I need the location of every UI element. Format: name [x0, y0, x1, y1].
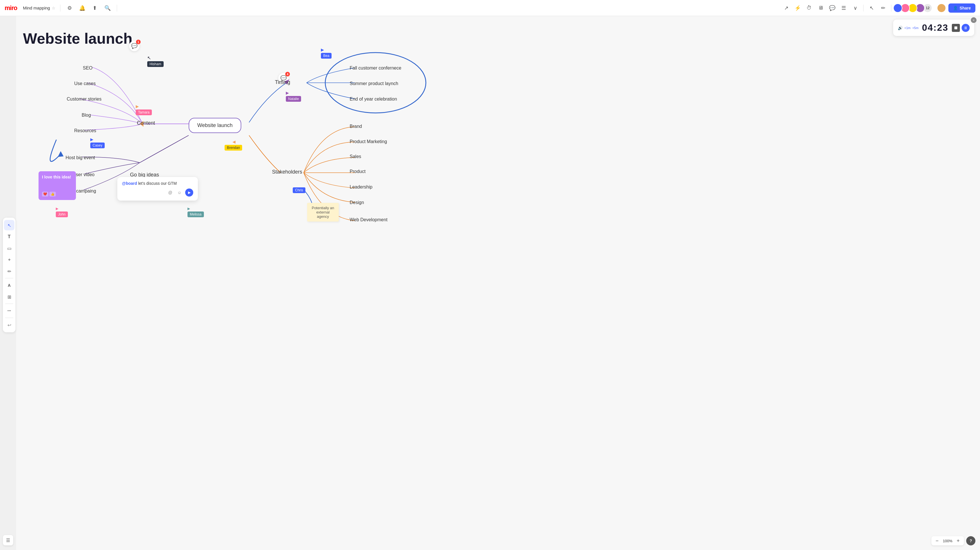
lightning-icon-btn[interactable]: ⚡	[793, 3, 802, 13]
current-user-avatar[interactable]	[937, 3, 946, 13]
bottom-right: − 100% + ?	[931, 536, 975, 545]
comment-icon-btn[interactable]: 💬	[827, 3, 837, 13]
bea-cursor-icon: ▶	[321, 48, 324, 52]
screen-icon-btn[interactable]: 🖥	[816, 3, 825, 13]
seo-node: SEO	[83, 65, 92, 71]
mindmap-svg	[16, 16, 980, 550]
zoom-in-btn[interactable]: +	[955, 537, 962, 544]
upload-icon-btn[interactable]: ⬆	[90, 3, 100, 13]
help-btn[interactable]: ?	[966, 536, 975, 545]
timer-stop-btn[interactable]	[952, 24, 960, 32]
timer-display: 04:23	[922, 22, 948, 33]
comment-send-btn[interactable]: ▶	[185, 189, 193, 197]
text-tool-btn[interactable]: T	[4, 231, 14, 242]
board-title-area: Mind mapping ☆	[23, 5, 56, 10]
usecases-node: Use cases	[74, 81, 96, 86]
product-marketing-node: Product Marketing	[350, 139, 387, 144]
more-tools-btn[interactable]: •••	[4, 306, 14, 316]
hisham-cursor-label: Hisham	[147, 61, 164, 67]
design-node: Design	[350, 200, 364, 205]
topbar-separator-1	[60, 5, 60, 11]
bea-cursor-group: ▶ Bea	[321, 47, 324, 52]
natalie-cursor-icon: ▶	[286, 90, 289, 95]
center-node: Website launch	[189, 118, 241, 133]
sticky-note: I love this idea! ❤️ 👍	[38, 171, 76, 200]
summer-product-node: Summer product laynch	[350, 81, 398, 86]
topbar-separator-4	[891, 5, 891, 11]
tool-separator-1	[5, 278, 13, 279]
product-node: Product	[350, 169, 366, 174]
tamara-cursor-label: Tamara	[136, 109, 152, 115]
tool-separator-3	[5, 318, 13, 318]
star-icon[interactable]: ☆	[52, 6, 56, 10]
pen-tool-btn-left[interactable]: ✏	[4, 266, 14, 276]
chevron-icon-btn[interactable]: ∨	[851, 3, 860, 13]
comment-text: @board let's discuss our GTM	[122, 181, 193, 185]
sticky-note-reactions: ❤️ 👍	[42, 192, 72, 197]
undo-btn[interactable]: ↩	[4, 320, 14, 330]
left-toolbar: ↖ T ▭ ⌖ ✏ A ⊞ ••• ↩	[3, 218, 16, 333]
timer-add1m-btn[interactable]: +1m	[904, 26, 911, 30]
comment-mention[interactable]: @board	[122, 181, 137, 185]
miro-logo: miro	[5, 4, 17, 12]
settings-icon-btn[interactable]: ⚙	[65, 3, 74, 13]
john-cursor-icon: ▶	[56, 207, 58, 211]
melissa-cursor-icon: ▶	[188, 207, 190, 211]
frame-tool-btn[interactable]: ⊞	[4, 292, 14, 302]
brendan-cursor-label: Brendan	[224, 145, 242, 151]
timer-add5m-btn[interactable]: +5m	[912, 26, 918, 30]
cursor-icon-btn[interactable]: ↖	[867, 3, 876, 13]
share-button[interactable]: 👤 Share	[948, 3, 975, 13]
stakeholders-node: Stakeholders	[272, 169, 302, 175]
bea-cursor-label: Bea	[321, 53, 332, 59]
topbar-separator-3	[863, 5, 864, 11]
customer-stories-node: Customer stories	[67, 97, 102, 102]
comment-box: @board let's discuss our GTM @ ☺ ▶	[117, 177, 198, 201]
avatar-group: 12	[895, 3, 932, 13]
pause-icon: ⏸	[964, 25, 967, 30]
reaction-thumb[interactable]: 👍	[49, 192, 56, 197]
brendan-arrow: ▶	[232, 140, 235, 145]
avatar-1	[893, 3, 902, 13]
tamara-cursor-group: ▶ Tamara	[136, 104, 139, 109]
select-tool-btn[interactable]: ↖	[4, 220, 14, 230]
list-icon-btn[interactable]: ☰	[839, 3, 848, 13]
sidebar-toggle-btn[interactable]: ☰	[3, 535, 13, 545]
comment-body: let's discuss our GTM	[138, 181, 177, 185]
connect-tool-btn[interactable]: ⌖	[4, 255, 14, 265]
comment-actions: @ ☺ ▶	[122, 189, 193, 197]
web-development-node: Web Development	[350, 217, 387, 222]
text2-tool-btn[interactable]: A	[4, 280, 14, 290]
search-icon-btn[interactable]: 🔍	[103, 3, 112, 13]
arrow-icon-btn[interactable]: ↗	[781, 3, 791, 13]
john-cursor-group: ▶ John	[56, 206, 58, 211]
notifications-icon-btn[interactable]: 🔔	[78, 3, 87, 13]
timer-close-btn[interactable]: ×	[971, 17, 977, 23]
reaction-heart[interactable]: ❤️	[42, 192, 48, 197]
pen-tool-btn[interactable]: ✏	[878, 3, 888, 13]
end-year-node: End of year celebration	[350, 97, 397, 102]
svg-marker-5	[58, 151, 64, 157]
share-icon: 👤	[953, 6, 958, 10]
zoom-out-btn[interactable]: −	[934, 537, 940, 544]
melissa-cursor-label: Melissa	[188, 211, 204, 217]
zoom-controls: − 100% +	[931, 536, 964, 545]
emoji-icon-btn[interactable]: ☺	[176, 189, 183, 196]
sales-node: Sales	[350, 154, 361, 159]
chris-cursor-label: Chris	[293, 187, 305, 193]
natalie-cursor-group: ▶ Natalie	[286, 90, 289, 95]
timer-icon-btn[interactable]: ⏱	[805, 3, 814, 13]
zoom-level-display: 100%	[942, 539, 953, 543]
casey-cursor-label: Casey	[90, 143, 105, 148]
hisham-cursor-icon: ↖	[147, 55, 151, 60]
timer-volume-icon[interactable]: 🔊	[898, 25, 903, 30]
tamara-cursor-icon: ▶	[136, 104, 139, 109]
timer-pause-btn[interactable]: ⏸	[962, 24, 970, 32]
mention-icon-btn[interactable]: @	[167, 189, 174, 196]
topbar: miro Mind mapping ☆ ⚙ 🔔 ⬆ 🔍 ↗ ⚡ ⏱ 🖥 💬 ☰ …	[0, 0, 980, 16]
canvas[interactable]: Website launch 💬 1 💬 4	[16, 16, 980, 550]
bottom-left: ☰	[3, 535, 13, 545]
topbar-right: ↗ ⚡ ⏱ 🖥 💬 ☰ ∨ ↖ ✏ 12 👤 Share	[781, 3, 975, 13]
sticky-note-text: I love this idea!	[42, 175, 72, 179]
sticky-tool-btn[interactable]: ▭	[4, 243, 14, 254]
